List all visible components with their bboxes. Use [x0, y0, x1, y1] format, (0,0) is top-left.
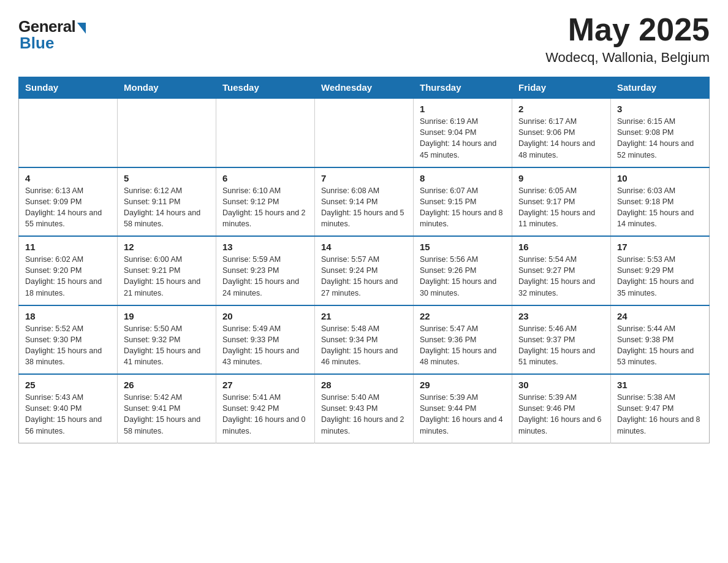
day-info: Sunrise: 6:03 AMSunset: 9:18 PMDaylight:… — [617, 185, 703, 230]
calendar-cell — [315, 98, 414, 167]
day-info: Sunrise: 5:42 AMSunset: 9:41 PMDaylight:… — [124, 392, 210, 437]
calendar-cell: 19Sunrise: 5:50 AMSunset: 9:32 PMDayligh… — [118, 305, 216, 375]
day-number: 4 — [25, 173, 111, 183]
calendar-cell: 15Sunrise: 5:56 AMSunset: 9:26 PMDayligh… — [414, 236, 512, 305]
day-number: 24 — [617, 311, 703, 321]
day-number: 6 — [222, 173, 308, 183]
day-number: 11 — [25, 242, 111, 252]
calendar-cell: 17Sunrise: 5:53 AMSunset: 9:29 PMDayligh… — [611, 236, 710, 305]
calendar-cell: 23Sunrise: 5:46 AMSunset: 9:37 PMDayligh… — [512, 305, 611, 375]
weekday-header-tuesday: Tuesday — [216, 77, 315, 99]
day-info: Sunrise: 5:50 AMSunset: 9:32 PMDaylight:… — [124, 323, 210, 368]
day-info: Sunrise: 6:02 AMSunset: 9:20 PMDaylight:… — [25, 254, 111, 299]
day-info: Sunrise: 5:52 AMSunset: 9:30 PMDaylight:… — [25, 323, 111, 368]
day-info: Sunrise: 5:53 AMSunset: 9:29 PMDaylight:… — [617, 254, 703, 299]
calendar-cell: 21Sunrise: 5:48 AMSunset: 9:34 PMDayligh… — [315, 305, 414, 375]
calendar-cell: 24Sunrise: 5:44 AMSunset: 9:38 PMDayligh… — [611, 305, 710, 375]
calendar-cell: 8Sunrise: 6:07 AMSunset: 9:15 PMDaylight… — [414, 167, 512, 237]
calendar-cell: 30Sunrise: 5:39 AMSunset: 9:46 PMDayligh… — [512, 374, 611, 443]
calendar-cell: 20Sunrise: 5:49 AMSunset: 9:33 PMDayligh… — [216, 305, 315, 375]
month-title: May 2025 — [545, 12, 710, 47]
day-number: 26 — [124, 380, 210, 390]
weekday-header-friday: Friday — [512, 77, 611, 99]
day-number: 18 — [25, 311, 111, 321]
calendar-week-row: 25Sunrise: 5:43 AMSunset: 9:40 PMDayligh… — [19, 374, 710, 443]
day-info: Sunrise: 5:43 AMSunset: 9:40 PMDaylight:… — [25, 392, 111, 437]
day-info: Sunrise: 5:57 AMSunset: 9:24 PMDaylight:… — [321, 254, 407, 299]
calendar-cell: 18Sunrise: 5:52 AMSunset: 9:30 PMDayligh… — [19, 305, 118, 375]
calendar-cell: 29Sunrise: 5:39 AMSunset: 9:44 PMDayligh… — [414, 374, 512, 443]
day-number: 21 — [321, 311, 407, 321]
day-info: Sunrise: 6:12 AMSunset: 9:11 PMDaylight:… — [124, 185, 210, 230]
calendar-cell: 14Sunrise: 5:57 AMSunset: 9:24 PMDayligh… — [315, 236, 414, 305]
day-info: Sunrise: 6:00 AMSunset: 9:21 PMDaylight:… — [124, 254, 210, 299]
calendar-cell: 28Sunrise: 5:40 AMSunset: 9:43 PMDayligh… — [315, 374, 414, 443]
calendar-cell: 7Sunrise: 6:08 AMSunset: 9:14 PMDaylight… — [315, 167, 414, 237]
calendar-cell: 25Sunrise: 5:43 AMSunset: 9:40 PMDayligh… — [19, 374, 118, 443]
calendar-week-row: 18Sunrise: 5:52 AMSunset: 9:30 PMDayligh… — [19, 305, 710, 375]
day-number: 27 — [222, 380, 308, 390]
calendar-week-row: 11Sunrise: 6:02 AMSunset: 9:20 PMDayligh… — [19, 236, 710, 305]
day-number: 3 — [617, 104, 703, 114]
calendar-cell — [118, 98, 216, 167]
day-number: 15 — [420, 242, 506, 252]
day-number: 28 — [321, 380, 407, 390]
weekday-header-row: SundayMondayTuesdayWednesdayThursdayFrid… — [19, 77, 710, 99]
day-number: 25 — [25, 380, 111, 390]
logo-blue-text: Blue — [18, 34, 54, 53]
calendar-week-row: 4Sunrise: 6:13 AMSunset: 9:09 PMDaylight… — [19, 167, 710, 237]
day-number: 14 — [321, 242, 407, 252]
day-number: 1 — [420, 104, 506, 114]
day-info: Sunrise: 5:56 AMSunset: 9:26 PMDaylight:… — [420, 254, 506, 299]
calendar-week-row: 1Sunrise: 6:19 AMSunset: 9:04 PMDaylight… — [19, 98, 710, 167]
day-info: Sunrise: 5:59 AMSunset: 9:23 PMDaylight:… — [222, 254, 308, 299]
day-number: 2 — [518, 104, 604, 114]
location-title: Wodecq, Wallonia, Belgium — [545, 50, 710, 66]
day-number: 16 — [518, 242, 604, 252]
calendar-cell: 2Sunrise: 6:17 AMSunset: 9:06 PMDaylight… — [512, 98, 611, 167]
calendar-cell: 11Sunrise: 6:02 AMSunset: 9:20 PMDayligh… — [19, 236, 118, 305]
weekday-header-sunday: Sunday — [19, 77, 118, 99]
day-number: 9 — [518, 173, 604, 183]
day-number: 8 — [420, 173, 506, 183]
day-number: 13 — [222, 242, 308, 252]
day-number: 5 — [124, 173, 210, 183]
day-info: Sunrise: 5:47 AMSunset: 9:36 PMDaylight:… — [420, 323, 506, 368]
day-number: 17 — [617, 242, 703, 252]
day-info: Sunrise: 5:39 AMSunset: 9:46 PMDaylight:… — [518, 392, 604, 437]
calendar-cell: 10Sunrise: 6:03 AMSunset: 9:18 PMDayligh… — [611, 167, 710, 237]
calendar-cell: 1Sunrise: 6:19 AMSunset: 9:04 PMDaylight… — [414, 98, 512, 167]
calendar-cell: 22Sunrise: 5:47 AMSunset: 9:36 PMDayligh… — [414, 305, 512, 375]
calendar-cell: 12Sunrise: 6:00 AMSunset: 9:21 PMDayligh… — [118, 236, 216, 305]
day-info: Sunrise: 5:39 AMSunset: 9:44 PMDaylight:… — [420, 392, 506, 437]
day-number: 30 — [518, 380, 604, 390]
day-number: 22 — [420, 311, 506, 321]
day-number: 10 — [617, 173, 703, 183]
logo: General Blue — [18, 12, 86, 53]
calendar-cell: 26Sunrise: 5:42 AMSunset: 9:41 PMDayligh… — [118, 374, 216, 443]
page-header: General Blue May 2025 Wodecq, Wallonia, … — [18, 12, 710, 66]
calendar-cell: 3Sunrise: 6:15 AMSunset: 9:08 PMDaylight… — [611, 98, 710, 167]
day-info: Sunrise: 6:10 AMSunset: 9:12 PMDaylight:… — [222, 185, 308, 230]
day-info: Sunrise: 6:13 AMSunset: 9:09 PMDaylight:… — [25, 185, 111, 230]
day-number: 23 — [518, 311, 604, 321]
day-number: 7 — [321, 173, 407, 183]
calendar-cell: 5Sunrise: 6:12 AMSunset: 9:11 PMDaylight… — [118, 167, 216, 237]
day-info: Sunrise: 5:40 AMSunset: 9:43 PMDaylight:… — [321, 392, 407, 437]
day-number: 31 — [617, 380, 703, 390]
day-info: Sunrise: 5:49 AMSunset: 9:33 PMDaylight:… — [222, 323, 308, 368]
day-info: Sunrise: 6:08 AMSunset: 9:14 PMDaylight:… — [321, 185, 407, 230]
calendar-cell: 16Sunrise: 5:54 AMSunset: 9:27 PMDayligh… — [512, 236, 611, 305]
day-number: 29 — [420, 380, 506, 390]
calendar-body: 1Sunrise: 6:19 AMSunset: 9:04 PMDaylight… — [19, 98, 710, 443]
day-info: Sunrise: 6:15 AMSunset: 9:08 PMDaylight:… — [617, 116, 703, 161]
weekday-header-wednesday: Wednesday — [315, 77, 414, 99]
day-info: Sunrise: 6:05 AMSunset: 9:17 PMDaylight:… — [518, 185, 604, 230]
calendar-cell: 6Sunrise: 6:10 AMSunset: 9:12 PMDaylight… — [216, 167, 315, 237]
calendar-cell: 9Sunrise: 6:05 AMSunset: 9:17 PMDaylight… — [512, 167, 611, 237]
calendar-cell — [19, 98, 118, 167]
day-info: Sunrise: 6:19 AMSunset: 9:04 PMDaylight:… — [420, 116, 506, 161]
day-info: Sunrise: 6:07 AMSunset: 9:15 PMDaylight:… — [420, 185, 506, 230]
day-number: 12 — [124, 242, 210, 252]
day-info: Sunrise: 5:38 AMSunset: 9:47 PMDaylight:… — [617, 392, 703, 437]
